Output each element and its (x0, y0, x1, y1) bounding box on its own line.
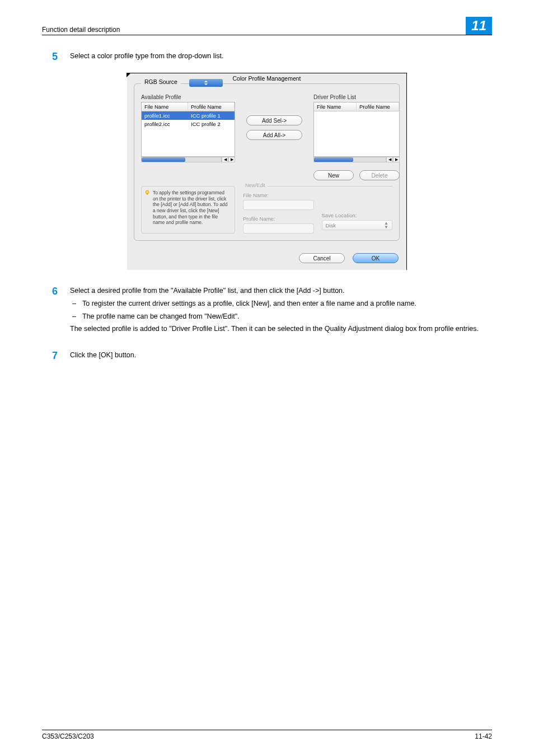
step-6-para: The selected profile is added to "Driver… (70, 324, 492, 334)
svg-point-0 (146, 190, 149, 194)
col-file-name: File Name (142, 102, 188, 111)
save-location-select[interactable]: Disk ▲▼ (322, 220, 393, 230)
footer-page: 11-42 (475, 732, 492, 740)
file-name-input[interactable] (243, 200, 314, 210)
chevron-updown-icon: ▲▼ (384, 221, 388, 229)
save-location-label: Save Location: (322, 212, 393, 218)
add-selected-button[interactable]: Add Sel-> (246, 115, 302, 125)
profile-name-input[interactable] (243, 223, 314, 234)
new-button[interactable]: New (313, 170, 354, 180)
available-profile-list[interactable]: File Name Profile Name profile1.icc ICC … (141, 102, 235, 157)
step-6-sub2: The profile name can be changed from "Ne… (82, 311, 492, 322)
list-item[interactable]: profile2.icc ICC profile 2 (142, 120, 235, 128)
step-7-text: Click the [OK] button. (70, 350, 492, 361)
color-profile-dialog: Color Profile Management RGB Source Avai… (127, 73, 407, 270)
source-tab-label: RGB Source (141, 78, 181, 85)
driver-profile-label: Driver Profile List (313, 94, 400, 100)
chevron-updown-icon (203, 80, 209, 86)
step-6-sub1: To register the current driver settings … (82, 298, 492, 309)
step-5-text: Select a color profile type from the dro… (70, 51, 492, 62)
ok-button[interactable]: OK (353, 253, 399, 263)
driver-profile-list[interactable]: File Name Profile Name (313, 102, 400, 157)
step-6-text: Select a desired profile from the "Avail… (70, 286, 492, 296)
step-5-number: 5 (42, 51, 70, 63)
new-edit-label: New/Edit (243, 183, 268, 188)
cancel-button[interactable]: Cancel (299, 253, 345, 263)
step-7-number: 7 (42, 350, 70, 362)
lightbulb-icon (144, 190, 150, 195)
add-all-button[interactable]: Add All-> (246, 130, 302, 140)
col-profile-name: Profile Name (188, 102, 235, 111)
hscrollbar[interactable]: ◀▶ (141, 157, 235, 162)
available-profile-label: Available Profile (141, 94, 235, 100)
delete-button[interactable]: Delete (359, 170, 400, 180)
chapter-number: 11 (466, 17, 492, 35)
step-6-number: 6 (42, 286, 70, 297)
list-item[interactable]: profile1.icc ICC profile 1 (142, 111, 235, 120)
col-file-name: File Name (314, 102, 357, 111)
source-dropdown[interactable] (189, 79, 223, 87)
svg-rect-1 (147, 194, 148, 195)
col-profile-name: Profile Name (357, 102, 399, 111)
footer-model: C353/C253/C203 (42, 732, 94, 740)
section-title: Function detail description (42, 26, 120, 34)
file-name-label: File Name: (243, 192, 314, 198)
tip-box: To apply the settings programmed on the … (141, 186, 235, 234)
hscrollbar[interactable]: ◀▶ (313, 157, 400, 162)
profile-name-label: Profile Name: (243, 216, 314, 222)
